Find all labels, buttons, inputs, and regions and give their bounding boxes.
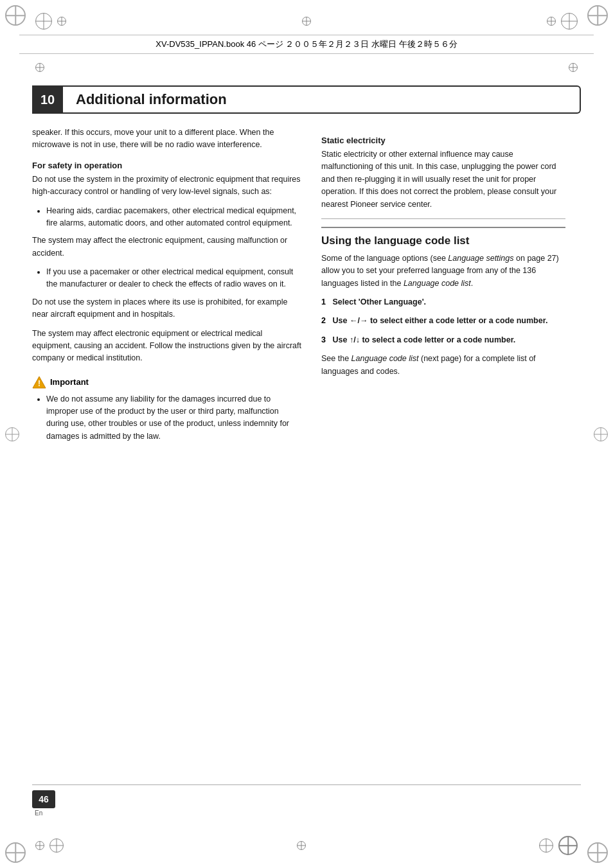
footer-area: 46 En bbox=[0, 784, 613, 817]
top-center-mark bbox=[302, 17, 311, 26]
chapter-number: 10 bbox=[32, 85, 63, 114]
reg-mark-mid-left bbox=[5, 427, 19, 441]
important-bullets: We do not assume any liability for the d… bbox=[32, 393, 302, 443]
bottom-decorative-row bbox=[0, 836, 613, 855]
file-info-bar: XV-DV535_IPPAN.book 46 ページ ２００５年２月２３日 水曜… bbox=[19, 35, 594, 54]
chapter-title: Additional information bbox=[63, 85, 581, 114]
language-code-intro: Some of the language options (see Langua… bbox=[321, 252, 565, 290]
top-right-marks bbox=[547, 13, 578, 30]
main-content: speaker. If this occurs, move your unit … bbox=[32, 127, 581, 448]
top-left-marks bbox=[35, 13, 66, 30]
bottom-center-mark bbox=[297, 841, 306, 850]
step-2-text: Use ←/→ to select either a code letter o… bbox=[328, 316, 548, 325]
page-number-area: 46 En bbox=[32, 790, 55, 817]
for-safety-para2: The system may affect the electronic equ… bbox=[32, 235, 302, 260]
static-electricity-text: Static electricity or other external inf… bbox=[321, 148, 565, 211]
file-info-text: XV-DV535_IPPAN.book 46 ページ ２００５年２月２３日 水曜… bbox=[155, 39, 457, 49]
step-1-text: Select 'Other Language'. bbox=[328, 297, 427, 306]
section-divider bbox=[321, 218, 565, 219]
see-language-code: See the Language code list (next page) f… bbox=[321, 353, 565, 378]
for-safety-para3: Do not use the system in places where it… bbox=[32, 296, 302, 321]
svg-text:!: ! bbox=[38, 379, 40, 388]
step-1-number: 1 bbox=[321, 297, 326, 306]
reg-mark-mid-right bbox=[594, 427, 608, 441]
chapter-title-text: Additional information bbox=[76, 91, 227, 108]
for-safety-heading: For safety in operation bbox=[32, 161, 302, 170]
important-box: ! Important We do not assume any liabili… bbox=[32, 375, 302, 443]
for-safety-para1: Do not use the system in the proximity o… bbox=[32, 173, 302, 199]
important-bullet-1: We do not assume any liability for the d… bbox=[46, 393, 302, 443]
important-heading-text: Important bbox=[50, 377, 89, 387]
step-3-number: 3 bbox=[321, 335, 326, 344]
right-column: Static electricity Static electricity or… bbox=[321, 127, 565, 448]
language-code-heading: Using the language code list bbox=[321, 227, 565, 247]
page-number-box: 46 bbox=[32, 790, 55, 808]
step-3-text: Use ↑/↓ to select a code letter or a cod… bbox=[328, 335, 516, 344]
second-decorative-row bbox=[0, 59, 613, 76]
bullet-item-1: Hearing aids, cardiac pacemakers, other … bbox=[46, 205, 302, 230]
step-2: 2 Use ←/→ to select either a code letter… bbox=[321, 315, 565, 327]
footer-line: 46 En bbox=[32, 784, 581, 817]
page-language: En bbox=[35, 810, 42, 817]
second-right-marks bbox=[569, 63, 578, 72]
second-left-marks bbox=[35, 63, 44, 72]
chapter-header: 10 Additional information bbox=[32, 85, 581, 114]
warning-icon: ! bbox=[32, 375, 46, 389]
step-2-number: 2 bbox=[321, 316, 326, 325]
bullet-list-2: If you use a pacemaker or other electric… bbox=[32, 266, 302, 291]
step-3: 3 Use ↑/↓ to select a code letter or a c… bbox=[321, 334, 565, 346]
for-safety-para4: The system may affect electronic equipme… bbox=[32, 328, 302, 365]
top-decorative-row bbox=[0, 6, 613, 30]
important-title: ! Important bbox=[32, 375, 302, 389]
step-1: 1 Select 'Other Language'. bbox=[321, 296, 565, 308]
bullet-item-2: If you use a pacemaker or other electric… bbox=[46, 266, 302, 291]
intro-paragraph: speaker. If this occurs, move your unit … bbox=[32, 127, 302, 152]
bottom-right-marks bbox=[539, 836, 578, 855]
bullet-list-1: Hearing aids, cardiac pacemakers, other … bbox=[32, 205, 302, 230]
left-column: speaker. If this occurs, move your unit … bbox=[32, 127, 302, 448]
bottom-left-marks bbox=[35, 838, 64, 853]
static-electricity-heading: Static electricity bbox=[321, 136, 565, 145]
